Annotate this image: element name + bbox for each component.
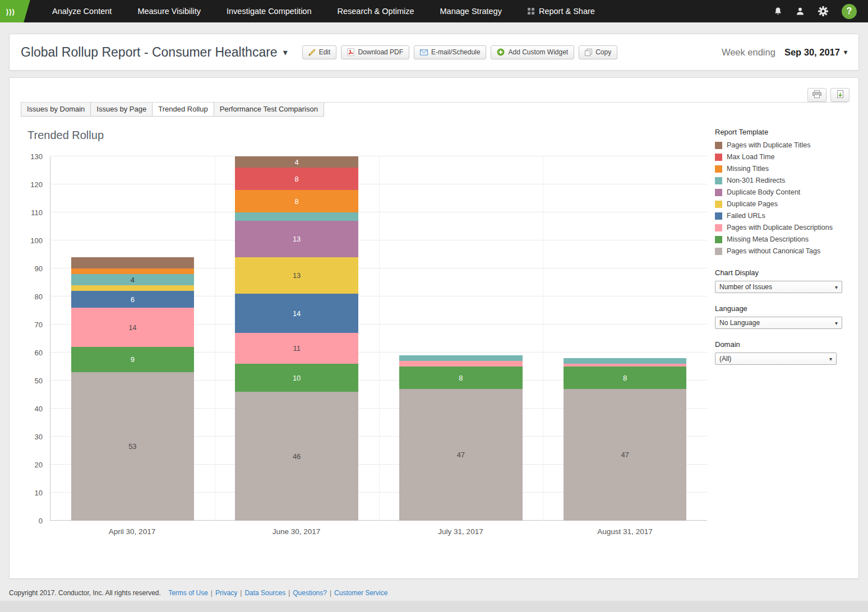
bar-segment-missing-meta-descriptions[interactable]: 9 — [71, 347, 195, 372]
legend-swatch — [715, 201, 722, 208]
tab-performance-test-comparison[interactable]: Performance Test Comparison — [214, 103, 324, 117]
bar-segment-missing-titles[interactable]: 8 — [235, 190, 358, 212]
bar-segment-non-301-redirects[interactable] — [399, 355, 523, 361]
add-custom-widget-button[interactable]: Add Custom Widget — [491, 45, 574, 59]
tab-issues-by-page[interactable]: Issues by Page — [90, 103, 153, 117]
language-group: Language No Language ▾ — [715, 304, 845, 329]
nav-item-report-share[interactable]: Report & Share — [515, 0, 608, 22]
bar-segment-non-301-redirects[interactable] — [235, 212, 358, 221]
bar-segment-non-301-redirects[interactable]: 4 — [71, 274, 195, 285]
nav-item-analyze-content[interactable]: Analyze Content — [39, 0, 124, 22]
legend-label: Max Load Time — [727, 153, 774, 161]
domain-select[interactable]: (All) ▾ — [715, 353, 837, 365]
language-select[interactable]: No Language ▾ — [715, 317, 842, 329]
bar-segment-missing-meta-descriptions[interactable]: 10 — [235, 364, 358, 392]
nav-item-label: Research & Optimize — [338, 0, 414, 22]
footer-link-separator: | — [240, 589, 242, 597]
y-tick-label: 40 — [35, 405, 43, 413]
bar-segment-failed-urls[interactable]: 6 — [71, 291, 195, 308]
y-tick-label: 80 — [35, 293, 43, 301]
y-tick-label: 60 — [35, 349, 43, 357]
user-profile-icon[interactable] — [796, 7, 805, 16]
legend-item-non-301-redirects[interactable]: Non-301 Redirects — [715, 177, 845, 184]
y-tick-label: 120 — [30, 180, 43, 189]
nav-item-investigate-competition[interactable]: Investigate Competition — [214, 0, 325, 22]
bar-segment-pages-with-duplicate-titles[interactable]: 4 — [235, 156, 358, 168]
tab-issues-by-domain[interactable]: Issues by Domain — [21, 103, 91, 117]
tab-trended-rollup[interactable]: Trended Rollup — [152, 103, 214, 117]
bar-segment-duplicate-body-content[interactable]: 13 — [235, 221, 358, 257]
nav-item-research-optimize[interactable]: Research & Optimize — [325, 0, 427, 22]
bar-segment-pages-without-canonical-tags[interactable]: 47 — [564, 389, 687, 521]
domain-caret-icon: ▾ — [829, 356, 832, 362]
edit-button[interactable]: Edit — [302, 45, 337, 59]
legend-item-missing-titles[interactable]: Missing Titles — [715, 165, 845, 173]
y-tick-label: 130 — [30, 152, 43, 161]
chart-display-select[interactable]: Number of Issues ▾ — [715, 281, 842, 293]
language-caret-icon: ▾ — [835, 320, 838, 326]
legend-item-failed-urls[interactable]: Failed URLs — [715, 212, 845, 220]
legend-label: Pages with Duplicate Titles — [727, 141, 810, 149]
nav-item-measure-visibility[interactable]: Measure Visibility — [124, 0, 214, 22]
report-actions: EditDownload PDFE-mail/ScheduleAdd Custo… — [302, 45, 618, 59]
bar-segment-pages-without-canonical-tags[interactable]: 46 — [235, 392, 358, 521]
legend-label: Duplicate Pages — [727, 200, 778, 208]
stacked-bar: 488131314111046 — [235, 156, 358, 521]
footer-link-customer-service[interactable]: Customer Service — [334, 589, 387, 597]
week-ending-date-picker[interactable]: Sep 30, 2017 ▾ — [784, 47, 847, 58]
bar-segment-pages-with-duplicate-descriptions[interactable]: 14 — [71, 308, 195, 347]
chart-display-caret-icon: ▾ — [835, 284, 838, 290]
legend-item-pages-with-duplicate-titles[interactable]: Pages with Duplicate Titles — [715, 141, 845, 149]
bar-segment-pages-without-canonical-tags[interactable]: 53 — [71, 372, 195, 521]
legend-item-pages-without-canonical-tags[interactable]: Pages without Canonical Tags — [715, 247, 845, 255]
legend-item-duplicate-body-content[interactable]: Duplicate Body Content — [715, 188, 845, 196]
legend-label: Pages with Duplicate Descriptions — [727, 224, 833, 231]
bar-segment-missing-titles[interactable] — [71, 268, 195, 274]
nav-item-manage-strategy[interactable]: Manage Strategy — [427, 0, 515, 22]
legend-swatch — [715, 142, 722, 149]
footer-link-terms-of-use[interactable]: Terms of Use — [168, 589, 208, 597]
legend-item-missing-meta-descriptions[interactable]: Missing Meta Descriptions — [715, 235, 845, 243]
conductor-logo[interactable]: ))) — [0, 0, 30, 22]
legend-label: Failed URLs — [727, 212, 765, 220]
bar-segment-max-load-time[interactable]: 8 — [235, 168, 358, 190]
print-icon — [812, 90, 821, 100]
bar-segment-failed-urls[interactable]: 14 — [235, 294, 358, 333]
footer-link-privacy[interactable]: Privacy — [215, 589, 237, 597]
footer-link-questions[interactable]: Questions? — [293, 589, 327, 597]
bar-segment-pages-with-duplicate-descriptions[interactable] — [399, 361, 523, 367]
y-tick-label: 30 — [35, 433, 43, 441]
copy-button[interactable]: Copy — [579, 45, 617, 59]
bar-segment-pages-without-canonical-tags[interactable]: 47 — [399, 389, 523, 521]
category-pane: 4614953 — [50, 156, 215, 521]
legend-item-max-load-time[interactable]: Max Load Time — [715, 153, 845, 161]
legend-item-duplicate-pages[interactable]: Duplicate Pages — [715, 200, 845, 208]
category-pane: 847 — [543, 156, 707, 521]
legend-item-pages-with-duplicate-descriptions[interactable]: Pages with Duplicate Descriptions — [715, 224, 845, 231]
bar-segment-duplicate-pages[interactable]: 13 — [235, 257, 358, 294]
bar-segment-pages-with-duplicate-titles[interactable] — [71, 257, 195, 268]
bar-segment-missing-meta-descriptions[interactable]: 8 — [399, 367, 523, 389]
domain-group: Domain (All) ▾ — [715, 340, 845, 365]
notifications-bell-icon[interactable] — [774, 7, 782, 16]
legend-swatch — [715, 248, 722, 255]
e-mail-schedule-button[interactable]: E-mail/Schedule — [414, 45, 486, 59]
footer-link-data-sources[interactable]: Data Sources — [244, 589, 285, 597]
export-button[interactable] — [830, 88, 849, 102]
legend-swatch — [715, 189, 722, 196]
bar-segment-non-301-redirects[interactable] — [564, 358, 687, 364]
bar-segment-missing-meta-descriptions[interactable]: 8 — [564, 367, 687, 389]
y-tick-label: 50 — [35, 377, 43, 385]
print-button[interactable] — [807, 88, 827, 102]
button-label: Add Custom Widget — [508, 48, 568, 56]
report-title-caret-icon[interactable]: ▾ — [283, 47, 288, 58]
widget-toolbar — [807, 88, 849, 102]
bar-segment-pages-with-duplicate-descriptions[interactable]: 11 — [235, 333, 358, 364]
download-pdf-button[interactable]: Download PDF — [341, 45, 409, 59]
legend-label: Non-301 Redirects — [727, 177, 785, 184]
settings-gear-icon[interactable] — [818, 6, 828, 16]
y-tick-label: 100 — [30, 237, 43, 245]
bar-segment-duplicate-pages[interactable] — [71, 285, 195, 291]
help-icon[interactable]: ? — [842, 4, 857, 19]
stacked-bar: 847 — [564, 358, 687, 521]
